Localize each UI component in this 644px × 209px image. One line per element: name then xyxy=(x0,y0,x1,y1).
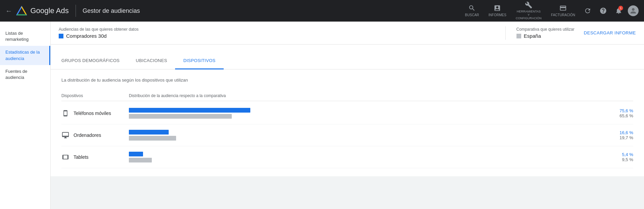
refresh-button[interactable] xyxy=(581,4,594,17)
comparativa-name: España xyxy=(524,33,541,39)
data-table: Dispositivos Distribución de la audienci… xyxy=(61,91,633,168)
col-distribution-header: Distribución de la audiencia respecto a … xyxy=(129,93,633,98)
bar-row-gray-desktop xyxy=(129,136,606,141)
tab-ubicaciones[interactable]: UBICACIONES xyxy=(128,53,175,69)
navbar-divider xyxy=(76,5,76,17)
app-title: Google Ads xyxy=(30,6,69,15)
tab-demograficos[interactable]: GRUPOS DEMOGRÁFICOS xyxy=(53,53,128,69)
sidebar-item-fuentes[interactable]: Fuentes de audiencia xyxy=(0,65,50,84)
svg-marker-1 xyxy=(17,7,26,15)
pct-cell-tablet: 5,4 % 9,5 % xyxy=(606,152,633,162)
audience-bar: Audiencias de las que quieres obtener da… xyxy=(51,22,644,44)
audience-selector: Audiencias de las que quieres obtener da… xyxy=(59,27,495,39)
page-title: Gestor de audiencias xyxy=(83,7,462,14)
bar-row-gray-tablet xyxy=(129,158,606,162)
bar-blue-mobile xyxy=(129,108,250,113)
reports-label: INFORMES xyxy=(488,13,506,17)
bars-cell-tablet xyxy=(129,152,606,162)
search-button[interactable]: BUSCAR xyxy=(461,3,482,18)
description-text: La distribución de tu audiencia según lo… xyxy=(61,78,633,83)
audience-value[interactable]: Compradores 30d xyxy=(59,33,495,39)
table-row: Tablets 5,4 % 9,5 % xyxy=(61,146,633,168)
sidebar: Listas de remarketing Estadísticas de la… xyxy=(0,22,51,209)
billing-button[interactable]: FACTURACIÓN xyxy=(548,3,579,18)
navbar-actions: BUSCAR INFORMES HERRAMIENTAS Y CONFIGURA… xyxy=(461,0,639,22)
tablet-icon xyxy=(61,153,69,161)
col-device-header: Dispositivos xyxy=(61,93,129,98)
comparativa-divider xyxy=(505,26,506,40)
mobile-icon xyxy=(61,109,69,117)
tools-label: HERRAMIENTAS Y CONFIGURACIÓN xyxy=(516,10,542,20)
device-name-tablet: Tablets xyxy=(74,154,88,160)
user-avatar[interactable] xyxy=(628,5,639,16)
search-label: BUSCAR xyxy=(465,13,479,17)
main-content-panel: GRUPOS DEMOGRÁFICOS UBICACIONES DISPOSIT… xyxy=(51,44,644,176)
device-cell-desktop: Ordenadores xyxy=(61,131,129,139)
bar-gray-desktop xyxy=(129,136,176,141)
bar-gray-mobile xyxy=(129,114,232,119)
table-row: Ordenadores 16,6 % 19,7 % xyxy=(61,124,633,146)
bar-blue-desktop xyxy=(129,130,169,135)
bar-row-blue-desktop xyxy=(129,130,606,135)
svg-line-2 xyxy=(17,7,22,15)
notification-button[interactable]: 1 xyxy=(612,4,625,17)
main-layout: Listas de remarketing Estadísticas de la… xyxy=(0,22,644,209)
pct-cell-mobile: 75,6 % 65,6 % xyxy=(606,108,633,118)
device-cell-tablet: Tablets xyxy=(61,153,129,161)
billing-label: FACTURACIÓN xyxy=(551,13,575,17)
device-name-mobile: Teléfonos móviles xyxy=(74,111,111,116)
pct-cell-desktop: 16,6 % 19,7 % xyxy=(606,130,633,140)
device-cell-mobile: Teléfonos móviles xyxy=(61,109,129,117)
navbar: ← Google Ads Gestor de audiencias BUSCAR… xyxy=(0,0,644,22)
reports-button[interactable]: INFORMES xyxy=(485,3,510,18)
sidebar-item-remarketing[interactable]: Listas de remarketing xyxy=(0,27,50,46)
notification-badge: 1 xyxy=(618,6,623,10)
tools-button[interactable]: HERRAMIENTAS Y CONFIGURACIÓN xyxy=(512,0,545,22)
pct-blue-mobile: 75,6 % xyxy=(606,108,633,113)
comparativa-value[interactable]: España xyxy=(516,33,584,39)
help-button[interactable] xyxy=(597,4,610,17)
tabs-bar: GRUPOS DEMOGRÁFICOS UBICACIONES DISPOSIT… xyxy=(51,53,644,69)
device-name-desktop: Ordenadores xyxy=(74,132,101,138)
audience-name: Compradores 30d xyxy=(66,33,107,39)
pct-gray-desktop: 19,7 % xyxy=(606,135,633,140)
pct-blue-tablet: 5,4 % xyxy=(606,152,633,157)
table-row: Teléfonos móviles 75,6 % 65,6 % xyxy=(61,102,633,124)
table-header: Dispositivos Distribución de la audienci… xyxy=(61,91,633,101)
desktop-icon xyxy=(61,131,69,139)
svg-line-3 xyxy=(22,7,26,15)
bars-cell-mobile xyxy=(129,108,606,119)
comparativa-label: Comparativa que quieres utilizar xyxy=(516,27,584,32)
bar-row-gray-mobile xyxy=(129,114,606,119)
content-area: Audiencias de las que quieres obtener da… xyxy=(51,22,644,209)
bar-gray-tablet xyxy=(129,158,152,162)
svg-marker-0 xyxy=(17,7,26,15)
sidebar-item-estadisticas[interactable]: Estadísticas de la audiencia xyxy=(0,46,50,65)
bar-row-blue-mobile xyxy=(129,108,606,113)
bar-blue-tablet xyxy=(129,152,143,156)
tab-dispositivos[interactable]: DISPOSITIVOS xyxy=(175,53,223,69)
pct-blue-desktop: 16,6 % xyxy=(606,130,633,135)
pct-gray-mobile: 65,6 % xyxy=(606,113,633,118)
pct-gray-tablet: 9,5 % xyxy=(606,157,633,162)
download-report-button[interactable]: DESCARGAR INFORME xyxy=(584,28,636,38)
audience-selector-label: Audiencias de las que quieres obtener da… xyxy=(59,27,495,32)
google-ads-logo-icon xyxy=(16,5,27,16)
bars-cell-desktop xyxy=(129,130,606,141)
audience-color-box xyxy=(59,34,63,38)
bar-row-blue-tablet xyxy=(129,152,606,156)
comp-color-box xyxy=(516,34,521,38)
comparativa-selector: Comparativa que quieres utilizar España xyxy=(516,27,584,39)
back-button[interactable]: ← xyxy=(5,7,12,15)
